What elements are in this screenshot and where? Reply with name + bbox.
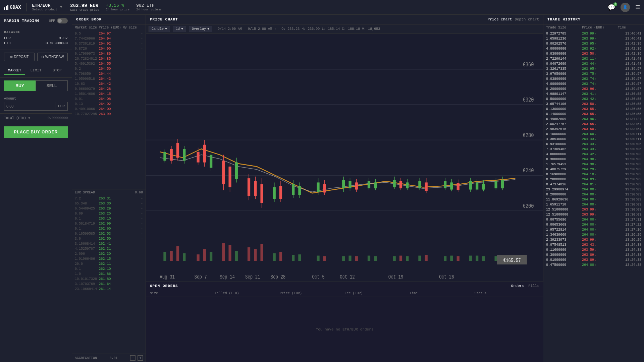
sell-button[interactable]: SELL (36, 80, 68, 91)
deposit-button[interactable]: ⊕ DEPOSIT (4, 53, 35, 61)
ask-row[interactable]: 0.01 264.08 - (72, 97, 146, 102)
aggregation-decrease-button[interactable]: − (130, 355, 136, 361)
col-price: Price (EUR) (280, 292, 345, 295)
tab-market[interactable]: MARKET (4, 67, 25, 75)
trade-size: 1.76579453 (546, 163, 582, 166)
th-col-time: Time (618, 26, 641, 29)
product-selector[interactable]: ETH/EUR Select product ▼ (26, 3, 62, 11)
ask-row[interactable]: 26.72824012 264.85 - (72, 56, 146, 61)
bid-row[interactable]: 3.0 262.50 - (72, 236, 146, 241)
up-arrow-icon: ↗ (595, 37, 596, 40)
trade-size: 3.65744106 (546, 102, 582, 106)
tab-limit[interactable]: LIMIT (25, 67, 46, 75)
ask-row[interactable]: 0.2 264.50 - (72, 66, 146, 71)
trade-time: 13:36:55 (618, 92, 641, 96)
avatar[interactable]: 👤 (621, 3, 630, 12)
notifications-icon[interactable]: 💬 1 (608, 4, 615, 11)
bid-row[interactable]: 10.01017328 261.80 - (72, 277, 146, 282)
tab-stop[interactable]: STOP (47, 67, 68, 75)
bid-row[interactable]: 7.2 263.31 - (72, 196, 146, 201)
ask-price: 264.42 (99, 82, 123, 86)
bid-row[interactable]: 0.09 263.25 - (72, 211, 146, 216)
tab-fills[interactable]: Fills (528, 284, 539, 288)
bid-row[interactable]: 1.0 261.86 - (72, 272, 146, 277)
ask-row[interactable]: 10.77027295 263.99 - (72, 112, 146, 117)
place-buy-order-button[interactable]: PLACE BUY ORDER (4, 126, 68, 138)
depth-chart-button[interactable]: Depth chart (515, 17, 539, 21)
change-label: 24 hour price (106, 8, 129, 11)
candle-dropdown[interactable]: Candle ▼ (149, 26, 170, 32)
up-arrow-icon: ↗ (595, 82, 596, 85)
trade-size: 2.00247757 (546, 122, 582, 126)
svg-rect-92 (222, 243, 225, 261)
bid-row[interactable]: 65.348 263.30 - (72, 201, 146, 206)
bid-row[interactable]: 6.54409425 263.29 - (72, 206, 146, 211)
bid-row[interactable]: 0.1 262.10 - (72, 266, 146, 272)
balance-eth-row: ETH 0.38000000 (4, 41, 68, 45)
ask-row[interactable]: 0.798059 264.44 - (72, 71, 146, 76)
ask-row[interactable]: 7.74426966 264.94 - (72, 36, 146, 41)
bid-row[interactable]: 0.1 263.10 - (72, 216, 146, 221)
ask-row[interactable]: 0.8726 264.90 - (72, 46, 146, 51)
ask-price: 264.90 (99, 47, 123, 51)
bid-row[interactable]: 3.10668414 262.41 - (72, 241, 146, 246)
candle-chevron-icon: ▼ (165, 27, 167, 31)
trade-time: 13:30:03 (618, 208, 641, 212)
trade-size: 2.72299144 (546, 57, 582, 61)
bid-row[interactable]: 0.10599585 262.53 - (72, 231, 146, 236)
trade-size: 4.00000000 (546, 82, 582, 86)
col-fee: Fee (EUR) (345, 292, 410, 295)
ask-row[interactable]: 0.06609379 264.28 - (72, 86, 146, 92)
trade-size: 0.03800000 (546, 77, 582, 81)
ask-row[interactable]: 0.40910066 264.00 - (72, 107, 146, 112)
trade-price: 263.96 ↙ (582, 87, 618, 91)
trade-size: 4.00000000 (546, 153, 582, 156)
withdraw-button[interactable]: ⊖ WITHDRAW (37, 53, 68, 61)
ask-row[interactable]: 1.05014606 264.15 - (72, 92, 146, 97)
ask-row[interactable]: 0.37301819 264.92 - (72, 41, 146, 46)
margin-toggle[interactable] (57, 18, 68, 23)
aggregation-label: AGGREGATION (75, 356, 97, 360)
ask-row[interactable]: 1.95990518 264.43 - (72, 76, 146, 81)
price-chart-button[interactable]: Price chart (488, 17, 512, 21)
buy-button[interactable]: BUY (4, 80, 36, 91)
ask-my-size: - (123, 107, 143, 111)
hamburger-menu-icon[interactable]: ☰ (635, 4, 640, 11)
order-book-title: ORDER BOOK (72, 15, 146, 24)
aggregation-increase-button[interactable]: + (138, 355, 143, 361)
ask-my-size: - (123, 52, 143, 56)
svg-text:Sep 7: Sep 7 (195, 274, 207, 280)
trade-price: 264.00 ↗ (582, 198, 618, 201)
trade-row: 1.65911710 264.00 ↗ 13:30:03 (543, 202, 644, 207)
svg-text:Oct 5: Oct 5 (312, 274, 325, 280)
up-arrow-icon: ↗ (595, 148, 596, 151)
product-name: ETH/EUR (32, 3, 58, 8)
trade-row: 0.00653668 264.00 ↗ 13:27:22 (543, 222, 644, 227)
bid-row[interactable]: 2.096 262.30 - (72, 251, 146, 256)
ask-row[interactable]: 0.17909973 264.89 - (72, 51, 146, 56)
bid-row[interactable]: 1.91966406 262.15 - (72, 256, 146, 261)
bid-size: 2.096 (75, 252, 99, 256)
overlay-dropdown[interactable]: Overlay ▼ (189, 26, 212, 32)
bid-row[interactable]: 4.15259707 262.31 - (72, 246, 146, 251)
tab-orders[interactable]: Orders (511, 284, 524, 288)
interval-dropdown[interactable]: 1d ▼ (173, 26, 186, 32)
bid-row[interactable]: 20.0 262.11 - (72, 261, 146, 266)
ask-row[interactable]: 9.5 264.97 - (72, 31, 146, 36)
chart-ohlcv: O: 233.23 H: 236.99 L: 185.14 C: 188.18 … (281, 27, 380, 31)
ask-row[interactable]: 5.40915392 264.55 - (72, 61, 146, 66)
bid-row[interactable]: 0.50184719 262.99 - (72, 221, 146, 226)
bid-row[interactable]: 0.1 262.60 - (72, 226, 146, 231)
interval-chevron-icon: ▼ (181, 27, 183, 31)
trade-row: 2.39233973 263.99 ↙ 13:26:29 (543, 237, 644, 242)
ask-row[interactable]: 0.13 264.02 - (72, 102, 146, 107)
bid-row[interactable]: 23.10668414 261.14 - (72, 287, 146, 292)
balance-title: BALANCE (4, 31, 68, 34)
ask-row[interactable]: 10.63 264.42 - (72, 81, 146, 86)
bid-row[interactable]: 3.10703769 261.64 - (72, 282, 146, 287)
down-arrow-icon: ↙ (595, 103, 596, 106)
ask-my-size: - (123, 97, 143, 101)
trade-row: 0.22972705 263.99 ↗ 13:46:41 (543, 31, 644, 36)
amount-input[interactable] (4, 102, 55, 110)
trade-time: 13:27:31 (618, 218, 641, 222)
